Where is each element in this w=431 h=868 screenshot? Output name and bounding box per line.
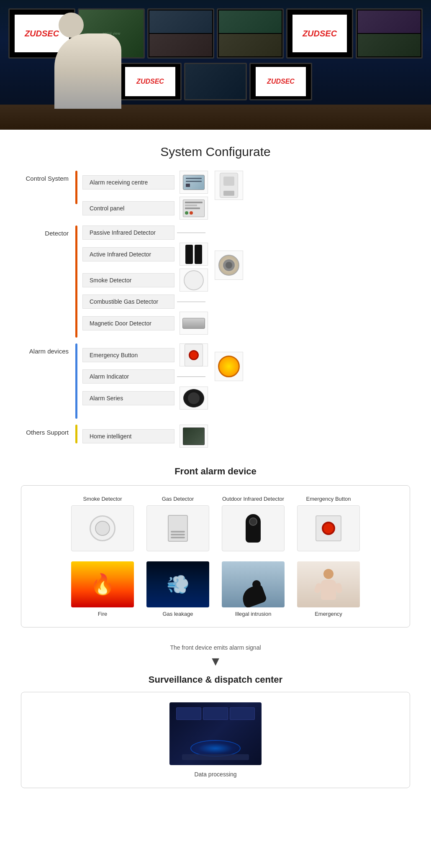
category-control-system: Control System [17,171,75,182]
page-title: System Configurate [0,130,431,171]
device-siren-right [215,225,243,280]
front-device-emergency: Emergency Button [293,496,364,551]
item-emergency: Emergency Button [82,348,174,362]
device-alarm-receiver [180,171,208,194]
scenarios-row: 🔥 Fire 💨 Gas leakage [28,561,403,617]
item-row-alarm-series: Alarm Series [82,387,208,410]
line-3 [177,233,205,233]
elderly-person [321,569,336,600]
item-row-alarm-centre: Alarm receiving centre [82,171,208,194]
front-device-pir-img [222,505,285,551]
scenario-emergency-label: Emergency [315,611,342,617]
scenario-emergency: Emergency [293,561,364,617]
front-device-smoke-img [71,505,134,551]
person-crouching [242,580,265,605]
item-pir: Passive Infrared Detector [82,225,174,240]
brand-logo-4: ZUDSEC [267,78,295,85]
item-alarm-centre: Alarm receiving centre [82,175,174,189]
control-system-items: Alarm receiving centre Control panel [82,171,208,220]
item-row-indicator: Alarm Indicator [82,369,208,384]
device-emergency-btn [180,343,208,366]
data-processing-label: Data processing [194,771,236,778]
config-group-others: Others Support Home intelligent [17,425,414,448]
item-row-home: Home intelligent [82,425,208,448]
monitor-3 [147,8,214,59]
hero-section: ZUDSEC aerial view ZUDSE [0,0,431,130]
item-indicator: Alarm Indicator [82,369,174,384]
others-items: Home intelligent [82,425,208,448]
scenario-intrusion-img [222,561,285,607]
monitor-8 [184,63,247,100]
brand-logo-3: ZUDSEC [136,78,164,85]
person-silhouette [54,13,121,109]
item-gas: Combustible Gas Detector [82,294,174,309]
surveillance-section: Surveillance & dispatch center Data proc… [0,671,431,805]
scenario-fire-label: Fire [98,611,107,617]
front-device-smoke: Smoke Detector [67,496,138,551]
item-smoke: Smoke Detector [82,273,174,287]
device-strobe-image [215,352,243,381]
scenario-gas-label: Gas leakage [163,611,193,617]
item-alarm-series: Alarm Series [82,391,174,405]
alarm-device-items: Emergency Button Alarm Indicator Alarm S… [82,343,208,410]
device-strobe-right [215,343,243,381]
item-home: Home intelligent [82,429,174,443]
config-group-alarm: Alarm devices Emergency Button Alarm Ind… [17,343,414,419]
scenario-fire: 🔥 Fire [67,561,138,617]
scenario-emergency-img [297,561,360,607]
scenario-gas: 💨 Gas leakage [142,561,213,617]
accent-bar-detector [75,225,77,338]
fire-emoji: 🔥 [90,573,115,596]
line-9 [177,376,205,377]
accent-bar-control [75,171,77,204]
front-device-gas: Gas Detector [142,496,213,551]
front-device-emergency-label: Emergency Button [306,496,351,502]
device-beam [180,243,208,266]
surveillance-title: Surveillance & dispatch center [21,674,410,685]
scenario-gas-img: 💨 [146,561,209,607]
item-mag: Magnetic Door Detector [82,316,174,330]
device-horn [180,387,208,410]
item-air: Active Infrared Detector [82,247,174,261]
scenario-intrusion-label: Illegal intrusion [235,611,272,617]
detector-items: Passive Infrared Detector Active Infrare… [82,225,208,335]
monitor-9: ZUDSEC [249,63,312,100]
item-control-panel: Control panel [82,201,174,215]
category-alarm: Alarm devices [17,343,75,355]
front-device-emergency-img [297,505,360,551]
device-home [180,425,208,448]
down-arrow: ▼ [0,655,431,668]
item-row-mag: Magnetic Door Detector [82,312,208,335]
item-row-gas: Combustible Gas Detector [82,294,208,309]
monitor-6 [356,8,423,59]
device-control-panel [180,197,208,220]
front-alarm-box: Smoke Detector Gas Detector [21,485,410,627]
device-maglock [180,312,208,335]
line-6 [177,302,205,302]
config-group-detector: Detector Passive Infrared Detector Activ… [17,225,414,338]
gas-emoji: 💨 [167,574,190,595]
scenario-intrusion: Illegal intrusion [218,561,289,617]
signal-text: The front device emits alarm signal [0,644,431,651]
item-row-emergency: Emergency Button [82,343,208,366]
front-device-gas-img [146,505,209,551]
device-smoke [180,269,208,292]
accent-bar-others [75,425,77,443]
item-row-control-panel: Control panel [82,197,208,220]
category-others: Others Support [17,425,75,436]
device-cards-row: Smoke Detector Gas Detector [28,496,403,551]
brand-logo-1: ZUDSEC [25,29,59,38]
device-pir-right [215,171,243,200]
item-row-air: Active Infrared Detector [82,243,208,266]
monitor-4 [217,8,284,59]
front-alarm-section: Front alarm device Smoke Detector Gas De… [0,462,431,636]
brand-logo-2: ZUDSEC [303,29,337,38]
front-device-pir-label: Outdoor Infrared Detector [222,496,284,502]
desk-area [182,754,249,760]
monitor-7: ZUDSEC [119,63,182,100]
item-row-pir: Passive Infrared Detector [82,225,208,240]
accent-bar-alarm [75,343,77,419]
screen-wall [176,707,255,720]
signal-section: The front device emits alarm signal ▼ [0,636,431,671]
control-room-img [169,702,262,765]
